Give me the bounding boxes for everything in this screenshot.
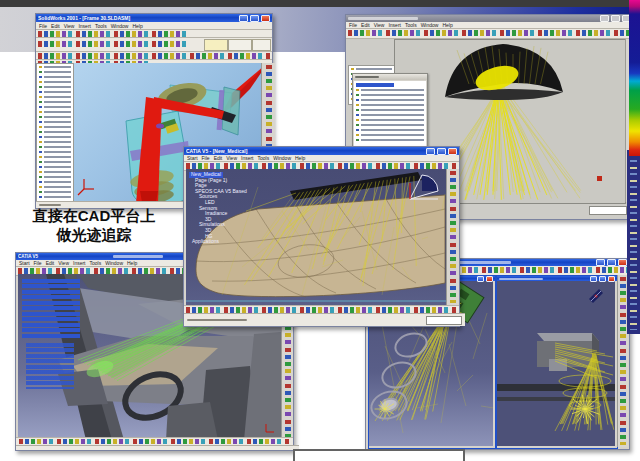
palette-tree[interactable] <box>354 81 426 146</box>
gray-viewer-title-text <box>348 17 418 20</box>
menu-item[interactable]: Help <box>127 260 137 266</box>
menu-item[interactable]: Window <box>273 155 291 161</box>
menu-item[interactable]: Tools <box>258 155 270 161</box>
solidworks-mode-button[interactable] <box>252 39 271 51</box>
close-button[interactable] <box>261 15 270 22</box>
menu-item[interactable]: View <box>64 23 75 29</box>
menu-item[interactable]: Start <box>19 260 30 266</box>
solidworks-mode-button[interactable] <box>204 39 228 51</box>
maximize-button[interactable] <box>437 148 446 155</box>
gray-viewer-toolbar[interactable] <box>346 29 633 39</box>
gray-viewer-field[interactable] <box>589 206 627 215</box>
viewport-marker-icon <box>597 176 602 181</box>
bottom-text-box <box>293 449 465 461</box>
catia-main-title: CATIA V5 - [New_Medical] <box>186 148 424 154</box>
palette-titlebar <box>353 74 427 80</box>
maximize-button[interactable] <box>250 15 259 22</box>
menu-item[interactable]: View <box>58 260 69 266</box>
menu-item[interactable]: Edit <box>46 260 55 266</box>
catia-car-title: CATIA V5 <box>18 254 111 260</box>
slide: FileEditViewInsertToolsWindowHelp <box>0 0 640 461</box>
slide-caption: 直接在CAD平台上 做光迹追踪 <box>20 206 168 244</box>
tree-item[interactable]: Applications <box>189 239 247 245</box>
menu-item[interactable]: Edit <box>361 22 370 28</box>
caption-line-2: 做光迹追踪 <box>20 225 168 244</box>
menu-item[interactable]: Tools <box>95 23 107 29</box>
menu-item[interactable]: Tools <box>405 22 417 28</box>
housing-viewport[interactable] <box>497 281 615 446</box>
menu-item[interactable]: Insert <box>73 260 86 266</box>
solidworks-toolbar-3[interactable] <box>36 52 272 60</box>
menu-item[interactable]: Window <box>105 260 123 266</box>
solidworks-title: SolidWorks 2001 - [Frame 30.SLDASM] <box>38 15 237 21</box>
maximize-button[interactable] <box>477 276 484 282</box>
solidworks-titlebar: SolidWorks 2001 - [Frame 30.SLDASM] <box>36 14 272 22</box>
menu-item[interactable]: Edit <box>51 23 60 29</box>
minimize-button[interactable] <box>426 148 435 155</box>
solidworks-toolbar-1[interactable] <box>36 30 272 38</box>
catia-car-statusbar <box>16 445 299 450</box>
top-dark-bar <box>0 0 640 7</box>
menu-item[interactable]: Window <box>421 22 439 28</box>
minimize-button[interactable] <box>239 15 248 22</box>
solidworks-mode-button[interactable] <box>228 39 252 51</box>
menu-item[interactable]: Start <box>187 155 198 161</box>
close-button[interactable] <box>486 276 493 282</box>
menu-item[interactable]: Tools <box>90 260 102 266</box>
origin-triad-icon <box>78 179 94 195</box>
housing-child-window <box>496 275 618 449</box>
side-strip-glyphs <box>630 154 637 330</box>
maximize-button[interactable] <box>599 276 606 282</box>
menu-item[interactable]: File <box>349 22 357 28</box>
menu-item[interactable]: Help <box>442 22 452 28</box>
catia-command-field[interactable] <box>426 316 462 325</box>
menu-item[interactable]: File <box>34 260 42 266</box>
reflector-dome <box>445 44 563 100</box>
gray-viewer-menubar: FileEditViewInsertToolsWindowHelp <box>346 22 633 29</box>
compass-icon <box>589 289 603 303</box>
minimize-button[interactable] <box>590 276 597 282</box>
gray-viewer-titlebar <box>346 15 633 22</box>
maximize-button[interactable] <box>607 259 616 266</box>
minimize-button[interactable] <box>596 259 605 266</box>
menu-item[interactable]: Help <box>295 155 305 161</box>
menu-item[interactable]: Edit <box>214 155 223 161</box>
menu-item[interactable]: File <box>39 23 47 29</box>
tree-item[interactable]: SPEOS CAA V5 Based <box>189 189 247 195</box>
catia-main-spec-tree[interactable]: New_MedicalPage (Page 1)PageSPEOS CAA V5… <box>189 172 247 245</box>
close-button[interactable] <box>618 259 627 266</box>
menu-item[interactable]: Window <box>111 23 129 29</box>
catia-main-titlebar: CATIA V5 - [New_Medical] <box>184 147 459 155</box>
solidworks-feature-tree[interactable] <box>36 63 74 204</box>
catia-car-spec-tree[interactable] <box>22 279 80 339</box>
menu-item[interactable]: Help <box>132 23 142 29</box>
catia-car-spec-tree-lower[interactable] <box>26 343 74 389</box>
caption-line-1: 直接在CAD平台上 <box>20 206 168 225</box>
menu-item[interactable]: Insert <box>78 23 91 29</box>
minimize-button[interactable] <box>600 15 609 22</box>
menu-item[interactable]: Insert <box>388 22 401 28</box>
catia-main-window: CATIA V5 - [New_Medical] StartFileEditVi… <box>183 146 460 327</box>
catia-main-statusbar <box>184 313 465 326</box>
menu-item[interactable]: View <box>226 155 237 161</box>
right-side-strip <box>627 150 640 334</box>
close-button[interactable] <box>448 148 457 155</box>
menu-item[interactable]: View <box>374 22 385 28</box>
solidworks-menubar: FileEditViewInsertToolsWindowHelp <box>36 22 272 30</box>
catia-main-viewport-wrap: New_MedicalPage (Page 1)PageSPEOS CAA V5… <box>186 169 446 305</box>
catia-main-right-toolbar[interactable] <box>446 169 459 305</box>
menu-item[interactable]: Insert <box>241 155 254 161</box>
close-button[interactable] <box>608 276 615 282</box>
floating-tree-palette[interactable] <box>352 73 428 148</box>
catia-main-menubar: StartFileEditViewInsertToolsWindowHelp <box>184 155 459 162</box>
maximize-button[interactable] <box>611 15 620 22</box>
menu-item[interactable]: File <box>202 155 210 161</box>
rainbow-color-scale <box>629 0 640 156</box>
solidworks-toolbar-2[interactable] <box>36 38 272 52</box>
